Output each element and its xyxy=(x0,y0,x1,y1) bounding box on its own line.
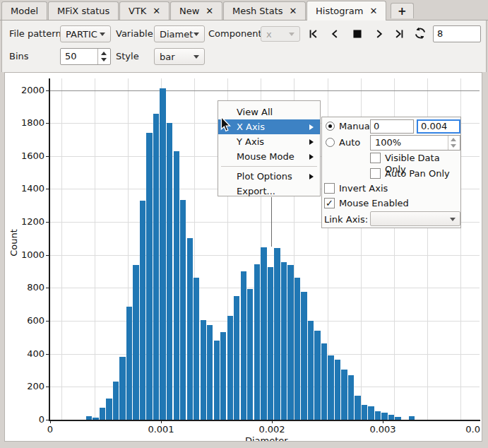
histogram-bar xyxy=(220,332,226,420)
invert-axis-checkbox[interactable] xyxy=(324,183,335,194)
x-tick-label: 0 xyxy=(47,424,53,435)
y-tick-mark xyxy=(46,387,49,387)
histogram-bar xyxy=(187,238,193,420)
histogram-bar xyxy=(201,320,206,420)
skip-last-button[interactable] xyxy=(392,27,406,41)
menu-item-plot-options[interactable]: Plot Options xyxy=(218,169,320,184)
file-pattern-label: File pattern xyxy=(9,25,61,42)
menu-item-export[interactable]: Export... xyxy=(218,184,320,199)
y-tick-mark xyxy=(46,288,49,288)
histogram-bar xyxy=(140,201,145,420)
menu-item-x-axis[interactable]: X Axis xyxy=(218,119,320,134)
histogram-bar xyxy=(274,248,280,420)
menu-item-mouse-mode[interactable]: Mouse Mode xyxy=(218,149,320,164)
histogram-bar xyxy=(388,415,394,420)
menu-item-view-all[interactable]: View All xyxy=(218,105,320,119)
spin-up-icon[interactable] xyxy=(101,52,107,55)
histogram-bar xyxy=(308,321,314,420)
chevron-down-icon xyxy=(450,218,456,221)
spinner-buttons[interactable] xyxy=(448,136,460,150)
histogram-bar xyxy=(341,370,347,420)
histogram-bar xyxy=(328,355,333,420)
tab-mesh-stats[interactable]: Mesh Stats✕ xyxy=(223,1,306,20)
tab-close-icon[interactable]: ✕ xyxy=(369,6,377,16)
tab-close-icon[interactable]: ✕ xyxy=(153,6,160,16)
tab-label: Model xyxy=(11,6,38,16)
bins-label: Bins xyxy=(9,48,29,65)
step-forward-button[interactable] xyxy=(372,27,386,41)
manual-radio[interactable] xyxy=(326,122,335,131)
y-tick-mark xyxy=(46,321,49,322)
histogram-bar xyxy=(167,123,172,420)
menu-separator xyxy=(218,164,320,169)
refresh-button[interactable] xyxy=(413,26,427,40)
histogram-bar xyxy=(314,331,320,420)
axis-max-input[interactable]: 0.004 xyxy=(417,119,460,134)
tab-label: VTK xyxy=(129,6,146,16)
new-tab-button[interactable]: + xyxy=(391,3,414,18)
component-label: Component xyxy=(208,25,261,42)
skip-first-button[interactable] xyxy=(307,27,321,41)
histogram-bar xyxy=(281,262,287,420)
x-tick-mark xyxy=(272,420,273,423)
menu-item-y-axis[interactable]: Y Axis xyxy=(218,134,320,149)
y-tick-label: 400 xyxy=(9,348,44,359)
chevron-down-icon xyxy=(289,33,294,36)
mouse-enabled-checkbox[interactable]: ✓ xyxy=(324,198,335,208)
tab-new[interactable]: New✕ xyxy=(170,1,222,20)
bins-spinbox[interactable]: 50 xyxy=(60,48,111,65)
histogram-bar xyxy=(119,357,125,420)
submenu-arrow-icon xyxy=(309,154,314,160)
axis-min-input[interactable]: 0 xyxy=(370,119,414,134)
tab-mfix-status[interactable]: MFiX status xyxy=(48,1,119,20)
stop-button[interactable] xyxy=(350,27,364,41)
x-tick-label: 0.001 xyxy=(148,424,174,435)
link-axis-select[interactable] xyxy=(370,211,460,226)
file-pattern-select[interactable]: PARTIC xyxy=(60,25,111,42)
histogram-bar xyxy=(113,382,119,420)
auto-percent-spinbox[interactable]: 100% xyxy=(370,135,460,151)
step-back-button[interactable] xyxy=(328,27,342,41)
histogram-toolbar: File pattern PARTIC Variable Diamet Comp… xyxy=(1,20,487,72)
gridline-horizontal xyxy=(50,90,480,91)
x-tick-mark xyxy=(161,420,162,423)
tab-model[interactable]: Model xyxy=(1,1,47,20)
variable-label: Variable xyxy=(116,25,153,42)
histogram-bar xyxy=(194,278,199,420)
histogram-bar xyxy=(153,114,159,420)
visible-data-only-checkbox[interactable] xyxy=(370,153,381,163)
y-axis-line xyxy=(49,78,50,420)
histogram-bar xyxy=(321,343,327,420)
x-tick-label: 0.0 xyxy=(465,424,480,435)
component-value: x xyxy=(266,29,272,40)
spin-down-icon[interactable] xyxy=(101,58,107,61)
y-tick-label: 600 xyxy=(9,315,44,326)
y-tick-mark xyxy=(46,354,49,355)
tab-close-icon[interactable]: ✕ xyxy=(206,6,213,16)
histogram-bar xyxy=(180,200,186,420)
spin-up-icon[interactable] xyxy=(451,138,456,141)
tab-close-icon[interactable]: ✕ xyxy=(290,6,297,16)
tab-histogram[interactable]: Histogram✕ xyxy=(307,1,386,20)
spinner-buttons[interactable] xyxy=(97,49,110,64)
mfix-window: ModelMFiX statusVTK✕New✕Mesh Stats✕Histo… xyxy=(0,0,488,448)
histogram-bar xyxy=(268,267,273,420)
style-select[interactable]: bar xyxy=(154,48,205,65)
chevron-down-icon xyxy=(100,33,105,36)
plot-context-menu: View AllX AxisY AxisMouse ModePlot Optio… xyxy=(218,100,321,196)
tab-vtk[interactable]: VTK✕ xyxy=(119,1,169,20)
auto-pan-only-checkbox[interactable] xyxy=(370,168,381,179)
auto-radio[interactable] xyxy=(326,138,335,147)
y-tick-label: 1600 xyxy=(9,151,44,161)
frame-index-input[interactable]: 8 xyxy=(433,25,481,42)
tab-label: MFiX status xyxy=(57,6,109,16)
histogram-bar xyxy=(146,133,152,420)
spin-down-icon[interactable] xyxy=(451,144,456,148)
y-tick-mark xyxy=(46,420,49,420)
tab-label: Mesh Stats xyxy=(232,6,283,16)
histogram-bar xyxy=(106,399,112,420)
y-tick-label: 800 xyxy=(9,282,44,293)
chevron-down-icon xyxy=(194,55,199,59)
component-select: x xyxy=(261,26,300,42)
variable-select[interactable]: Diamet xyxy=(154,25,205,42)
